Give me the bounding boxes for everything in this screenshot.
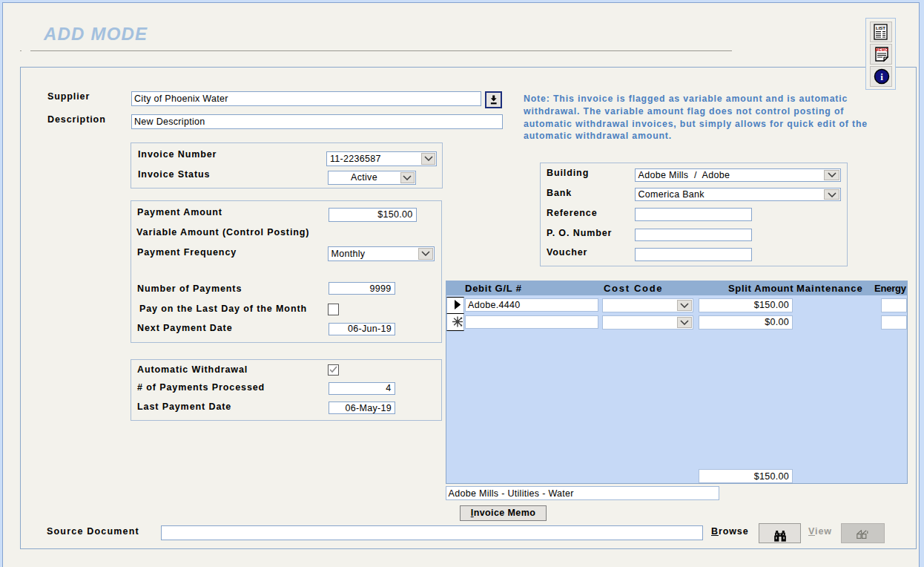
svg-text:i: i [880,71,883,82]
svg-text:MEMO: MEMO [875,47,888,52]
svg-text:LIST: LIST [876,25,885,30]
